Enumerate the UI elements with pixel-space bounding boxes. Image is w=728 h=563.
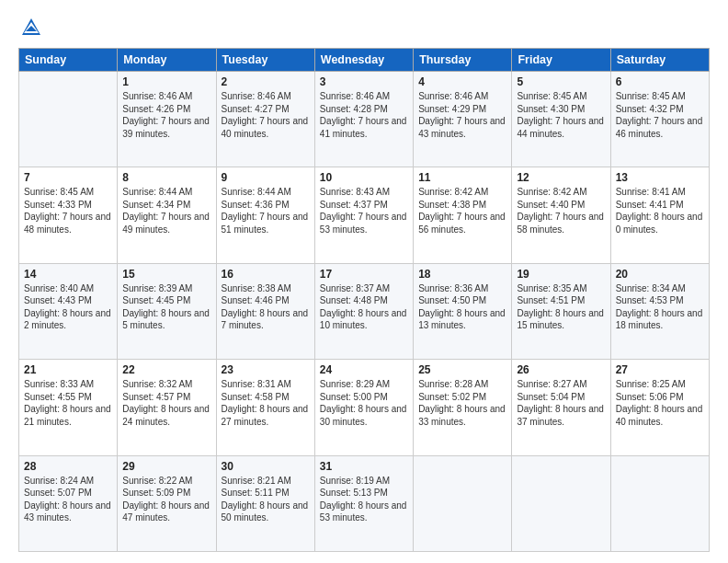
calendar-day-cell: 17Sunrise: 8:37 AMSunset: 4:48 PMDayligh… (314, 263, 413, 359)
day-number: 28 (24, 460, 112, 473)
calendar-day-cell: 2Sunrise: 8:46 AMSunset: 4:27 PMDaylight… (216, 72, 314, 167)
day-info: Sunrise: 8:41 AMSunset: 4:41 PMDaylight:… (616, 186, 704, 236)
calendar-day-cell: 14Sunrise: 8:40 AMSunset: 4:43 PMDayligh… (19, 263, 118, 359)
calendar-day-cell: 23Sunrise: 8:31 AMSunset: 4:58 PMDayligh… (216, 360, 314, 455)
day-number: 6 (616, 75, 704, 88)
day-number: 23 (222, 363, 310, 376)
calendar-day-cell: 26Sunrise: 8:27 AMSunset: 5:04 PMDayligh… (512, 360, 610, 455)
day-info: Sunrise: 8:34 AMSunset: 4:53 PMDaylight:… (616, 282, 704, 332)
weekday-header: Sunday (19, 49, 118, 72)
day-info: Sunrise: 8:45 AMSunset: 4:30 PMDaylight:… (517, 90, 605, 140)
day-info: Sunrise: 8:32 AMSunset: 4:57 PMDaylight:… (122, 378, 210, 428)
day-info: Sunrise: 8:37 AMSunset: 4:48 PMDaylight:… (320, 282, 408, 332)
day-number: 19 (517, 268, 605, 281)
day-info: Sunrise: 8:29 AMSunset: 5:00 PMDaylight:… (320, 378, 408, 428)
calendar-week-row: 21Sunrise: 8:33 AMSunset: 4:55 PMDayligh… (19, 360, 710, 455)
day-info: Sunrise: 8:35 AMSunset: 4:51 PMDaylight:… (517, 282, 605, 332)
day-info: Sunrise: 8:24 AMSunset: 5:07 PMDaylight:… (24, 475, 112, 524)
calendar-day-cell: 10Sunrise: 8:43 AMSunset: 4:37 PMDayligh… (314, 167, 413, 263)
day-info: Sunrise: 8:46 AMSunset: 4:27 PMDaylight:… (222, 90, 310, 140)
day-info: Sunrise: 8:45 AMSunset: 4:32 PMDaylight:… (616, 90, 704, 140)
day-info: Sunrise: 8:40 AMSunset: 4:43 PMDaylight:… (24, 282, 112, 332)
day-number: 24 (320, 363, 408, 376)
day-number: 21 (24, 363, 112, 376)
logo-icon (18, 15, 44, 40)
day-info: Sunrise: 8:25 AMSunset: 5:06 PMDaylight:… (616, 378, 704, 428)
calendar-week-row: 1Sunrise: 8:46 AMSunset: 4:26 PMDaylight… (19, 72, 710, 167)
calendar-day-cell: 5Sunrise: 8:45 AMSunset: 4:30 PMDaylight… (512, 72, 610, 167)
day-info: Sunrise: 8:39 AMSunset: 4:45 PMDaylight:… (122, 282, 210, 332)
calendar-day-cell: 8Sunrise: 8:44 AMSunset: 4:34 PMDaylight… (118, 167, 216, 263)
day-info: Sunrise: 8:19 AMSunset: 5:13 PMDaylight:… (320, 475, 408, 524)
calendar-day-cell: 1Sunrise: 8:46 AMSunset: 4:26 PMDaylight… (118, 72, 216, 167)
day-number: 26 (517, 363, 605, 376)
calendar-day-cell (610, 455, 709, 551)
day-info: Sunrise: 8:44 AMSunset: 4:34 PMDaylight:… (122, 186, 210, 236)
day-number: 3 (320, 75, 408, 88)
day-number: 15 (122, 268, 210, 281)
header (18, 15, 710, 40)
day-number: 31 (320, 460, 408, 473)
page: SundayMondayTuesdayWednesdayThursdayFrid… (0, 0, 728, 563)
calendar-header: SundayMondayTuesdayWednesdayThursdayFrid… (19, 49, 710, 72)
calendar-day-cell (19, 72, 118, 167)
day-info: Sunrise: 8:44 AMSunset: 4:36 PMDaylight:… (222, 186, 310, 236)
day-number: 7 (24, 171, 112, 184)
day-number: 25 (418, 363, 506, 376)
day-number: 11 (418, 171, 506, 184)
weekday-header: Friday (512, 49, 610, 72)
calendar-day-cell (414, 455, 512, 551)
day-number: 14 (24, 268, 112, 281)
day-number: 1 (122, 75, 210, 88)
day-number: 13 (616, 171, 704, 184)
day-info: Sunrise: 8:43 AMSunset: 4:37 PMDaylight:… (320, 186, 408, 236)
day-info: Sunrise: 8:38 AMSunset: 4:46 PMDaylight:… (222, 282, 310, 332)
calendar-week-row: 7Sunrise: 8:45 AMSunset: 4:33 PMDaylight… (19, 167, 710, 263)
calendar-day-cell: 9Sunrise: 8:44 AMSunset: 4:36 PMDaylight… (216, 167, 314, 263)
header-row: SundayMondayTuesdayWednesdayThursdayFrid… (19, 49, 710, 72)
calendar-day-cell: 29Sunrise: 8:22 AMSunset: 5:09 PMDayligh… (118, 455, 216, 551)
day-number: 4 (418, 75, 506, 88)
day-number: 2 (222, 75, 310, 88)
calendar-day-cell: 21Sunrise: 8:33 AMSunset: 4:55 PMDayligh… (19, 360, 118, 455)
calendar-day-cell: 6Sunrise: 8:45 AMSunset: 4:32 PMDaylight… (610, 72, 709, 167)
calendar-day-cell: 22Sunrise: 8:32 AMSunset: 4:57 PMDayligh… (118, 360, 216, 455)
weekday-header: Wednesday (314, 49, 413, 72)
calendar-body: 1Sunrise: 8:46 AMSunset: 4:26 PMDaylight… (19, 72, 710, 552)
day-number: 22 (122, 363, 210, 376)
day-info: Sunrise: 8:33 AMSunset: 4:55 PMDaylight:… (24, 378, 112, 428)
calendar-day-cell: 30Sunrise: 8:21 AMSunset: 5:11 PMDayligh… (216, 455, 314, 551)
day-number: 5 (517, 75, 605, 88)
day-number: 27 (616, 363, 704, 376)
calendar-day-cell: 31Sunrise: 8:19 AMSunset: 5:13 PMDayligh… (314, 455, 413, 551)
calendar-day-cell: 13Sunrise: 8:41 AMSunset: 4:41 PMDayligh… (610, 167, 709, 263)
day-info: Sunrise: 8:46 AMSunset: 4:29 PMDaylight:… (418, 90, 506, 140)
day-number: 10 (320, 171, 408, 184)
day-number: 29 (122, 460, 210, 473)
weekday-header: Thursday (414, 49, 512, 72)
calendar-week-row: 28Sunrise: 8:24 AMSunset: 5:07 PMDayligh… (19, 455, 710, 551)
calendar-day-cell: 7Sunrise: 8:45 AMSunset: 4:33 PMDaylight… (19, 167, 118, 263)
day-info: Sunrise: 8:31 AMSunset: 4:58 PMDaylight:… (222, 378, 310, 428)
calendar-day-cell (512, 455, 610, 551)
day-number: 17 (320, 268, 408, 281)
calendar-day-cell: 27Sunrise: 8:25 AMSunset: 5:06 PMDayligh… (610, 360, 709, 455)
day-info: Sunrise: 8:27 AMSunset: 5:04 PMDaylight:… (517, 378, 605, 428)
day-info: Sunrise: 8:36 AMSunset: 4:50 PMDaylight:… (418, 282, 506, 332)
calendar-table: SundayMondayTuesdayWednesdayThursdayFrid… (18, 48, 710, 552)
calendar-day-cell: 19Sunrise: 8:35 AMSunset: 4:51 PMDayligh… (512, 263, 610, 359)
weekday-header: Tuesday (216, 49, 314, 72)
calendar-day-cell: 11Sunrise: 8:42 AMSunset: 4:38 PMDayligh… (414, 167, 512, 263)
weekday-header: Monday (118, 49, 216, 72)
day-number: 9 (222, 171, 310, 184)
day-info: Sunrise: 8:42 AMSunset: 4:40 PMDaylight:… (517, 186, 605, 236)
day-info: Sunrise: 8:28 AMSunset: 5:02 PMDaylight:… (418, 378, 506, 428)
day-info: Sunrise: 8:21 AMSunset: 5:11 PMDaylight:… (222, 475, 310, 524)
calendar-day-cell: 24Sunrise: 8:29 AMSunset: 5:00 PMDayligh… (314, 360, 413, 455)
weekday-header: Saturday (610, 49, 709, 72)
calendar-day-cell: 12Sunrise: 8:42 AMSunset: 4:40 PMDayligh… (512, 167, 610, 263)
calendar-day-cell: 4Sunrise: 8:46 AMSunset: 4:29 PMDaylight… (414, 72, 512, 167)
day-number: 20 (616, 268, 704, 281)
day-info: Sunrise: 8:45 AMSunset: 4:33 PMDaylight:… (24, 186, 112, 236)
calendar-day-cell: 20Sunrise: 8:34 AMSunset: 4:53 PMDayligh… (610, 263, 709, 359)
